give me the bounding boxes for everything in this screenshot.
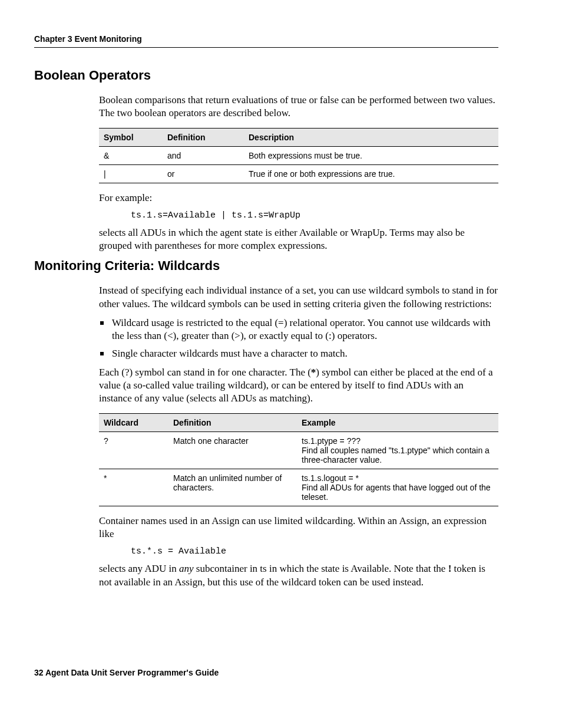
cell: Match an unlimited number of characters. <box>168 469 297 506</box>
code-block: ts.*.s = Available <box>131 546 498 556</box>
list-item: Single character wildcards must have a c… <box>99 347 498 360</box>
col-symbol: Symbol <box>99 129 163 147</box>
cell: True if one or both expressions are true… <box>244 165 498 183</box>
table-row: ? Match one character ts.1.ptype = ??? F… <box>99 432 498 469</box>
cell: & <box>99 147 163 165</box>
table-row: & and Both expressions must be true. <box>99 147 498 165</box>
cell: | <box>99 165 163 183</box>
list-item: Wildcard usage is restricted to the equa… <box>99 317 498 342</box>
table-row: * Match an unlimited number of character… <box>99 469 498 506</box>
table-boolean-operators: Symbol Definition Description & and Both… <box>99 128 498 183</box>
text: selects any ADU in <box>99 563 179 574</box>
paragraph: Instead of specifying each individual in… <box>99 284 498 310</box>
table-header-row: Wildcard Definition Example <box>99 414 498 432</box>
text: Each (?) symbol can stand in for one cha… <box>99 367 311 378</box>
col-definition: Definition <box>168 414 297 432</box>
table-wildcards: Wildcard Definition Example ? Match one … <box>99 413 498 506</box>
cell: ? <box>99 432 168 469</box>
running-header: Chapter 3 Event Monitoring <box>34 34 498 48</box>
cell: ts.1.ptype = ??? Find all couples named … <box>297 432 498 469</box>
section-heading-wildcards: Monitoring Criteria: Wildcards <box>34 258 498 274</box>
bullet-list: Wildcard usage is restricted to the equa… <box>99 317 498 360</box>
emph-text: any <box>179 563 194 574</box>
section-heading-boolean-operators: Boolean Operators <box>34 68 498 83</box>
paragraph: For example: <box>99 192 498 205</box>
col-wildcard: Wildcard <box>99 414 168 432</box>
text: subcontainer in ts in which the state is… <box>194 563 448 574</box>
paragraph: selects all ADUs in which the agent stat… <box>99 226 498 252</box>
cell: and <box>163 147 244 165</box>
table-row: | or True if one or both expressions are… <box>99 165 498 183</box>
col-example: Example <box>297 414 498 432</box>
paragraph: Boolean comparisons that return evaluati… <box>99 94 498 120</box>
paragraph: Each (?) symbol can stand in for one cha… <box>99 366 498 405</box>
col-definition: Definition <box>163 129 244 147</box>
page-footer: 32 Agent Data Unit Server Programmer's G… <box>34 668 219 677</box>
code-block: ts.1.s=Available | ts.1.s=WrapUp <box>131 210 498 220</box>
paragraph: selects any ADU in any subcontainer in t… <box>99 562 498 588</box>
paragraph: Container names used in an Assign can us… <box>99 515 498 541</box>
cell: * <box>99 469 168 506</box>
table-header-row: Symbol Definition Description <box>99 129 498 147</box>
cell: ts.1.s.logout = * Find all ADUs for agen… <box>297 469 498 506</box>
cell: Both expressions must be true. <box>244 147 498 165</box>
col-description: Description <box>244 129 498 147</box>
cell: or <box>163 165 244 183</box>
cell: Match one character <box>168 432 297 469</box>
